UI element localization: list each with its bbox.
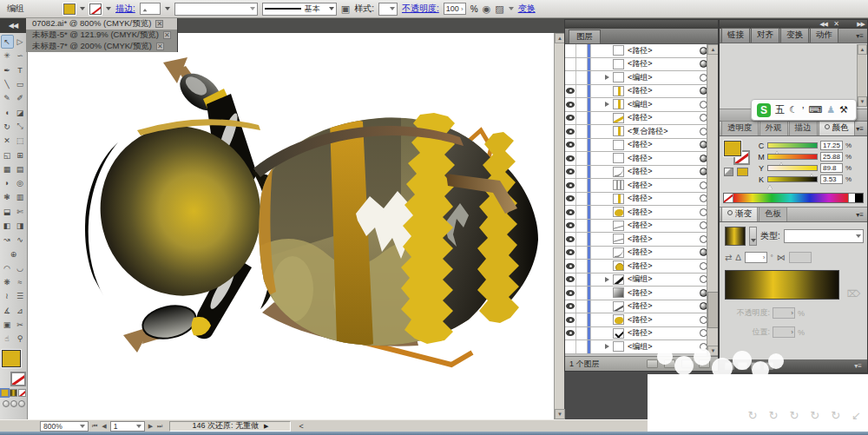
- layer-thumbnail[interactable]: [613, 72, 624, 82]
- layer-thumbnail[interactable]: [613, 207, 624, 217]
- layer-row[interactable]: <路径>: [565, 313, 718, 327]
- lock-toggle[interactable]: [576, 300, 588, 313]
- layer-thumbnail[interactable]: [613, 221, 624, 231]
- visibility-eye-icon[interactable]: [565, 166, 576, 179]
- lock-toggle[interactable]: [576, 152, 588, 165]
- lock-toggle[interactable]: [576, 274, 588, 287]
- channel-slider[interactable]: [767, 165, 818, 171]
- layer-name[interactable]: <路径>: [628, 247, 653, 258]
- layer-thumbnail[interactable]: [613, 153, 624, 163]
- panel-tab[interactable]: 色板: [759, 207, 787, 221]
- lock-toggle[interactable]: [576, 247, 588, 260]
- lock-toggle[interactable]: [576, 112, 588, 125]
- visibility-eye-icon[interactable]: [565, 260, 576, 273]
- lock-toggle[interactable]: [576, 166, 588, 179]
- layer-row[interactable]: <路径>: [565, 206, 718, 220]
- lasso-tool[interactable]: ∽: [14, 49, 27, 63]
- layer-name[interactable]: <路径>: [628, 300, 653, 312]
- brush-definition-dropdown[interactable]: [174, 3, 258, 16]
- panel-tab[interactable]: 颜色: [819, 121, 855, 135]
- rotate-view-tool[interactable]: ⊕: [1, 247, 27, 260]
- layer-row[interactable]: <路径>: [565, 260, 718, 274]
- out-of-gamut-cube-icon[interactable]: [724, 168, 733, 176]
- color-spectrum-bar[interactable]: [723, 193, 864, 203]
- ruler-tool[interactable]: ⊿: [14, 304, 27, 318]
- sogou-ime-bar[interactable]: S 五 ☾ ʼ ⌨ ♟ ⚒: [751, 99, 857, 121]
- zoom-level-dropdown[interactable]: 800%: [40, 421, 89, 432]
- fill-dropdown-icon[interactable]: [80, 7, 85, 13]
- line-segment-tool[interactable]: ╲: [1, 77, 14, 91]
- transform-link[interactable]: 变换: [518, 3, 536, 15]
- fill-swatch[interactable]: [2, 350, 21, 367]
- layers-panel-titlebar[interactable]: [565, 20, 718, 29]
- layer-thumbnail[interactable]: [613, 140, 624, 150]
- layer-thumbnail[interactable]: [613, 126, 624, 136]
- paintbrush-tool[interactable]: ✎: [1, 91, 14, 105]
- visibility-eye-icon[interactable]: [565, 44, 576, 57]
- panel-tab[interactable]: 透明度: [721, 121, 759, 135]
- visibility-eye-icon[interactable]: [565, 233, 576, 246]
- layer-row[interactable]: <路径>: [565, 193, 718, 207]
- panel-tab[interactable]: 外观: [760, 121, 788, 135]
- raster-options-icon[interactable]: ▨: [495, 4, 503, 14]
- visibility-eye-icon[interactable]: [565, 327, 576, 340]
- layer-thumbnail[interactable]: [613, 341, 624, 352]
- layer-thumbnail[interactable]: [613, 180, 624, 190]
- tab-layers[interactable]: 图层: [569, 30, 601, 43]
- measure-tool[interactable]: ∡: [1, 304, 14, 318]
- stroke-none-swatch[interactable]: [10, 372, 26, 386]
- layer-name[interactable]: <编组>: [628, 341, 653, 353]
- close-tab-icon[interactable]: ✕: [156, 43, 164, 50]
- links-scrollbar[interactable]: ▲ ▼: [857, 44, 866, 107]
- spectrum-ramp[interactable]: [733, 194, 848, 202]
- stroke-weight-stepper[interactable]: [140, 3, 161, 15]
- lock-toggle[interactable]: [576, 287, 588, 300]
- panel-menu-icon[interactable]: ▾≡: [856, 32, 864, 40]
- lock-toggle[interactable]: [576, 98, 588, 111]
- last-artboard-icon[interactable]: ⏭: [156, 423, 163, 430]
- crop-tool[interactable]: ▣: [1, 318, 14, 332]
- layer-thumbnail[interactable]: [613, 274, 624, 285]
- stroke-style-dropdown[interactable]: 基本: [262, 3, 337, 16]
- layer-name[interactable]: <路径>: [628, 153, 653, 164]
- free-transform-tool[interactable]: ⬚: [14, 134, 27, 148]
- layer-row[interactable]: <路径>: [565, 287, 718, 300]
- expand-triangle-icon[interactable]: [605, 277, 612, 282]
- perspective-grid-tool[interactable]: ⊞: [14, 148, 27, 161]
- lock-toggle[interactable]: [576, 260, 588, 273]
- sogou-logo[interactable]: S: [757, 103, 771, 117]
- layer-thumbnail[interactable]: [613, 86, 624, 96]
- artboard-number-dropdown[interactable]: 1: [110, 421, 145, 432]
- stroke-dropdown-icon[interactable]: [106, 7, 111, 13]
- stroke-link[interactable]: 描边:: [115, 3, 135, 15]
- live-paint-bucket-tool[interactable]: ◧: [1, 219, 14, 233]
- gradient-preset-dropdown-icon[interactable]: [749, 227, 757, 246]
- layer-name[interactable]: <路径>: [628, 58, 653, 69]
- canvas-vertical-scrollbar[interactable]: ▲ ▼: [554, 33, 564, 419]
- layer-row[interactable]: <路径>: [565, 166, 718, 180]
- lock-toggle[interactable]: [576, 125, 588, 138]
- ime-punctuation-icon[interactable]: ʼ: [802, 105, 804, 115]
- blend-tool[interactable]: ◎: [14, 176, 27, 190]
- spectrum-white-swatch[interactable]: [848, 194, 855, 202]
- channel-value-input[interactable]: 89.8: [820, 163, 843, 173]
- gradient-panel-menu-icon[interactable]: ▾≡: [856, 211, 864, 219]
- layer-name[interactable]: <路径>: [628, 220, 653, 231]
- layer-row[interactable]: <路径>: [565, 220, 718, 234]
- visibility-eye-icon[interactable]: [565, 340, 576, 353]
- wrinkle-tool[interactable]: ≈: [14, 275, 27, 289]
- style-dropdown[interactable]: [378, 3, 398, 16]
- layer-name[interactable]: <路径>: [628, 260, 653, 272]
- artboard-tool[interactable]: ⬓: [1, 205, 14, 219]
- layer-name[interactable]: <路径>: [628, 207, 653, 218]
- opacity-link[interactable]: 不透明度:: [402, 3, 439, 15]
- channel-slider[interactable]: [767, 154, 818, 160]
- layer-row[interactable]: <路径>: [565, 112, 718, 126]
- stroke-color-swatch[interactable]: [89, 3, 102, 15]
- layer-row[interactable]: <路径>: [565, 233, 718, 247]
- document-tab[interactable]: 未标题-7* @ 200% (CMYK/预览) ✕: [26, 41, 178, 52]
- gamut-color-swatch[interactable]: [737, 168, 748, 176]
- layers-scroll-thumb[interactable]: [707, 292, 718, 328]
- visibility-eye-icon[interactable]: [565, 193, 576, 206]
- channel-value-input[interactable]: 25.88: [820, 152, 843, 161]
